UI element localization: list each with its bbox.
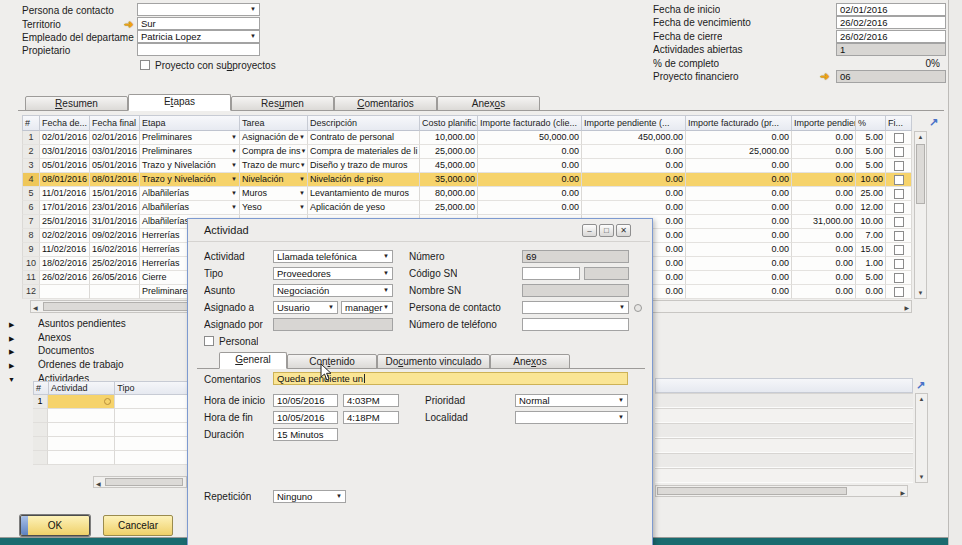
tab-etapas[interactable]: Etapas <box>128 94 231 111</box>
cell[interactable]: 5.00 <box>856 131 886 145</box>
codigo-sn-input[interactable] <box>522 267 580 280</box>
persona-contacto-dlg-combo[interactable]: ▼ <box>522 301 629 314</box>
cell[interactable]: 1 <box>22 131 40 145</box>
choose-from-list-icon[interactable] <box>634 304 642 312</box>
asunto-combo[interactable]: Negociación▼ <box>273 284 393 297</box>
row-checkbox[interactable] <box>894 287 904 297</box>
row-checkbox[interactable] <box>894 217 904 227</box>
fecha-vencimiento-input[interactable]: 26/02/2016 <box>836 16 946 29</box>
cell[interactable]: Albañilerías▼ <box>140 201 240 215</box>
tree-collapsed-icon[interactable]: ▶ <box>9 335 14 343</box>
row-checkbox[interactable] <box>894 231 904 241</box>
table-row[interactable] <box>655 393 913 408</box>
row-checkbox[interactable] <box>894 133 904 143</box>
cell[interactable]: 25,000.00 <box>420 201 478 215</box>
cell[interactable]: 25.00 <box>856 187 886 201</box>
cell[interactable]: 0.00 <box>686 285 792 299</box>
cell[interactable]: 5.00 <box>856 145 886 159</box>
column-header[interactable]: Fecha final <box>90 115 140 131</box>
cell[interactable]: 0.00 <box>582 187 686 201</box>
cell[interactable]: 25,000.00 <box>686 145 792 159</box>
scroll-up-icon[interactable]: ▲ <box>916 396 927 402</box>
cell[interactable]: 02/01/2016 <box>90 131 140 145</box>
cell[interactable]: 10 <box>22 257 40 271</box>
cell[interactable]: 12.00 <box>856 201 886 215</box>
tree-collapsed-icon[interactable]: ▶ <box>9 362 14 370</box>
activities-hscrollbar[interactable]: ◀ <box>93 476 187 488</box>
cell[interactable]: 0.00 <box>686 243 792 257</box>
tree-item-ordenes-trabajo[interactable]: Órdenes de trabajo <box>38 359 124 370</box>
cell[interactable]: 0.00 <box>792 159 856 173</box>
cell[interactable]: Aplicación de yeso <box>308 201 420 215</box>
cell[interactable]: 05/01/2016 <box>40 159 90 173</box>
cell[interactable] <box>886 243 912 257</box>
repeticion-combo[interactable]: Ninguno▼ <box>273 490 346 503</box>
cell[interactable] <box>90 285 140 299</box>
cell[interactable]: 0.00 <box>686 187 792 201</box>
cell[interactable]: 0.00 <box>792 201 856 215</box>
cell[interactable]: 0.00 <box>478 145 582 159</box>
cell[interactable]: 0.00 <box>582 145 686 159</box>
cell[interactable]: 31,000.00 <box>792 215 856 229</box>
cell[interactable] <box>886 271 912 285</box>
hora-inicio-date-input[interactable]: 10/05/2016 <box>273 394 338 407</box>
cell[interactable] <box>886 159 912 173</box>
table-row[interactable]: 305/01/201605/01/2016Trazo y Nivelación▼… <box>22 159 912 173</box>
column-header[interactable]: Importe pendiente (... <box>792 115 856 131</box>
expand-table-icon[interactable]: ↗ <box>929 116 938 129</box>
expand-table-icon[interactable]: ↗ <box>916 379 925 392</box>
scroll-down-icon[interactable]: ▼ <box>916 474 927 480</box>
table-row[interactable]: 102/01/201602/01/2016Preliminares▼Asigna… <box>22 131 912 145</box>
tab-comentarios[interactable]: Comentarios <box>334 96 437 111</box>
cell[interactable]: 23/01/2016 <box>90 201 140 215</box>
stages-vscrollbar[interactable]: ▲ ▼ <box>914 131 927 299</box>
column-header[interactable]: Fi... <box>886 115 912 131</box>
cell[interactable]: 35,000.00 <box>420 173 478 187</box>
fecha-cierre-input[interactable]: 26/02/2016 <box>836 30 946 43</box>
tree-item-anexos[interactable]: Anexos <box>38 332 71 343</box>
column-header[interactable]: # <box>22 115 40 131</box>
row-checkbox[interactable] <box>894 245 904 255</box>
hscroll-thumb[interactable] <box>657 487 847 495</box>
scroll-down-icon[interactable]: ▼ <box>915 290 926 296</box>
column-header[interactable]: Importe pendiente (... <box>582 115 686 131</box>
row-checkbox[interactable] <box>894 175 904 185</box>
cell[interactable]: 2 <box>22 145 40 159</box>
row-checkbox[interactable] <box>894 161 904 171</box>
localidad-combo[interactable]: ▼ <box>515 411 628 424</box>
row-checkbox[interactable] <box>894 203 904 213</box>
cell[interactable]: 11 <box>22 271 40 285</box>
tab-anexos[interactable]: Anexos <box>437 96 540 111</box>
cell[interactable] <box>886 229 912 243</box>
cell[interactable]: 0.00 <box>478 187 582 201</box>
cell[interactable]: Preliminares▼ <box>140 145 240 159</box>
cell[interactable]: Trazo y Nivelación▼ <box>140 159 240 173</box>
cell[interactable]: 1.00 <box>856 257 886 271</box>
table-row[interactable]: 511/01/201615/01/2016Albañilerías▼Muros▼… <box>22 187 912 201</box>
cell[interactable]: Levantamiento de muros <box>308 187 420 201</box>
subprojects-checkbox[interactable] <box>140 60 150 70</box>
cell[interactable]: Trazo y Nivelación▼ <box>140 173 240 187</box>
cell[interactable]: Muros▼ <box>240 187 308 201</box>
cell[interactable]: 0.00 <box>792 145 856 159</box>
cell[interactable]: 0.00 <box>686 257 792 271</box>
cell[interactable]: 0.00 <box>792 187 856 201</box>
cell[interactable]: 450,000.00 <box>582 131 686 145</box>
cell[interactable] <box>886 285 912 299</box>
tree-expanded-icon[interactable]: ▼ <box>8 376 15 383</box>
link-arrow-icon[interactable]: ➜ <box>820 71 829 82</box>
column-header[interactable]: Costo planific... <box>420 115 478 131</box>
cell[interactable] <box>886 145 912 159</box>
cell[interactable]: 02/02/2016 <box>40 229 90 243</box>
row-checkbox[interactable] <box>894 259 904 269</box>
cell[interactable]: Nivelación▼ <box>240 173 308 187</box>
cell[interactable]: 17/01/2016 <box>40 201 90 215</box>
column-header[interactable]: Descripción <box>308 115 420 131</box>
prioridad-combo[interactable]: Normal▼ <box>515 394 628 407</box>
cell[interactable]: 0.00 <box>478 201 582 215</box>
tree-item-asuntos-pendientes[interactable]: Asuntos pendientes <box>38 318 126 329</box>
cell[interactable]: 5.00 <box>856 159 886 173</box>
ok-button[interactable]: OK <box>20 515 90 536</box>
table-row[interactable]: 203/01/201603/01/2016Preliminares▼Compra… <box>22 145 912 159</box>
table-row[interactable]: 408/01/201608/01/2016Trazo y Nivelación▼… <box>22 173 912 187</box>
